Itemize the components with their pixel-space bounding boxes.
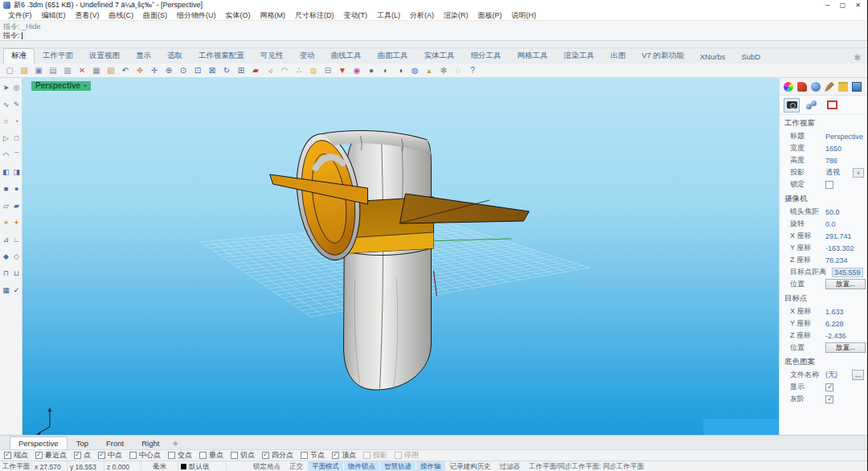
maximize-button[interactable]: ▢ (840, 2, 846, 9)
osnap-checkbox[interactable] (74, 452, 81, 459)
plane-tool[interactable]: ▱ (1, 198, 11, 215)
triangle-tool[interactable]: ⊿ (1, 231, 11, 248)
viewport-tab[interactable]: Perspective (10, 436, 68, 449)
ribbon-tab[interactable]: 标准 (3, 48, 35, 63)
viewport-title-value[interactable]: Perspective (825, 133, 863, 141)
ribbon-tab[interactable]: 实体工具 (416, 48, 463, 63)
layers-icon[interactable] (797, 82, 807, 92)
ribbon-tab[interactable]: 曲面工具 (370, 48, 416, 63)
print[interactable]: ▤ (47, 64, 59, 76)
menu-item[interactable]: 网格(M) (256, 10, 291, 21)
ribbon-tab[interactable]: 可见性 (252, 48, 292, 63)
sphere-tool[interactable]: ● (11, 181, 22, 198)
ribbon-tab[interactable]: 选取 (159, 48, 190, 63)
surface-tool[interactable]: ◧ (1, 164, 11, 181)
previous-view[interactable]: ◠ (278, 64, 291, 76)
target-distance-input[interactable]: 345.559 (832, 268, 863, 277)
osnap-item[interactable]: 端点 (4, 450, 28, 461)
open-file[interactable]: ▨ (18, 64, 31, 76)
settings-gear[interactable]: ✻ (437, 64, 450, 76)
menu-item[interactable]: 变动(T) (339, 10, 373, 21)
surface-edit-tool[interactable]: ◨ (11, 164, 22, 181)
circle-tool[interactable]: ○ (1, 113, 11, 130)
shaded-mode[interactable]: ● (365, 64, 378, 76)
polyline-tool[interactable]: ✎ (11, 96, 22, 113)
osnap-checkbox[interactable] (168, 452, 175, 459)
undo[interactable]: ↶ (119, 64, 132, 76)
osnap-item[interactable]: 停用 (395, 450, 419, 461)
osnap-checkbox[interactable] (301, 452, 308, 459)
boolean-tool[interactable]: ◆ (1, 248, 11, 265)
osnap-item[interactable]: 最近点 (35, 450, 67, 461)
command-input[interactable]: 指令: (0, 31, 867, 40)
osnap-checkbox[interactable] (199, 452, 207, 459)
status-toggle[interactable]: 记录建构历史 (446, 461, 495, 471)
viewport-tab[interactable]: Right (133, 436, 168, 449)
ribbon-tab[interactable]: 网格工具 (510, 48, 556, 63)
viewport-width-value[interactable]: 1650 (825, 145, 841, 153)
place-camera-button[interactable]: 放置... (825, 279, 866, 289)
menu-item[interactable]: 编辑(E) (37, 10, 71, 21)
rendered-mode[interactable]: ◑ (394, 64, 407, 76)
select-tool[interactable]: ➤ (1, 80, 11, 96)
menu-item[interactable]: 文件(F) (3, 10, 37, 21)
trim-tool[interactable]: ⊓ (1, 265, 11, 282)
target-z-value[interactable]: -2.436 (825, 332, 846, 340)
camera-y-value[interactable]: -163.302 (825, 244, 854, 252)
osnap-item[interactable]: 节点 (301, 450, 325, 461)
color-wheel[interactable]: ◉ (350, 64, 363, 76)
wallpaper-grayscale-checkbox[interactable] (825, 395, 833, 403)
menu-item[interactable]: 查看(V) (71, 10, 104, 21)
camera-x-value[interactable]: 291.741 (825, 232, 852, 240)
browse-file-button[interactable]: ... (852, 370, 864, 380)
lamp[interactable]: ◍ (307, 64, 320, 76)
locked-checkbox[interactable] (825, 181, 833, 189)
osnap-checkbox[interactable] (98, 452, 105, 459)
place-target-button[interactable]: 放置... (825, 342, 866, 353)
menu-item[interactable]: 实体(O) (221, 10, 256, 21)
osnap-item[interactable]: 垂点 (199, 450, 223, 461)
camera-page-tab[interactable] (784, 98, 800, 113)
osnap-item[interactable]: 中点 (98, 450, 122, 461)
menu-item[interactable]: 分析(A) (405, 10, 439, 21)
arc-tool[interactable]: ◠ (1, 147, 11, 164)
status-toggle[interactable]: 正交 (285, 461, 307, 471)
material-page-tab[interactable] (804, 98, 820, 113)
target-x-value[interactable]: 1.633 (825, 308, 844, 316)
ribbon-tab[interactable]: 细分工具 (463, 48, 510, 63)
osnap-item[interactable]: 投影 (363, 450, 387, 461)
box-tool[interactable]: ■ (1, 181, 11, 198)
sync-web[interactable]: ◌ (452, 64, 465, 76)
ribbon-tab[interactable]: 出图 (603, 48, 634, 63)
properties-icon[interactable] (784, 82, 793, 92)
help[interactable]: ? (466, 64, 479, 76)
osnap-item[interactable]: 切点 (231, 450, 255, 461)
angle-tool[interactable]: ∟ (11, 231, 22, 248)
four-viewports[interactable]: ⊞ (235, 64, 248, 76)
menu-item[interactable]: 曲线(C) (104, 10, 139, 21)
earth[interactable]: ◍ (408, 64, 421, 76)
ghosted-mode[interactable]: ◐ (379, 64, 392, 76)
zoom[interactable]: ⊕ (162, 64, 175, 76)
wallpaper-show-checkbox[interactable] (825, 383, 833, 391)
rotation-value[interactable]: 0.0 (825, 220, 836, 228)
viewport-tab[interactable]: Top (68, 436, 97, 449)
fillet-tool[interactable]: ✦ (11, 215, 22, 231)
cplane-field[interactable]: 工作平面 (0, 461, 32, 471)
ribbon-tab[interactable]: 渲染工具 (556, 48, 603, 63)
target-y-value[interactable]: 6.228 (825, 320, 844, 328)
projection-value[interactable]: 透视 (825, 167, 840, 178)
viewport-height-value[interactable]: 786 (825, 157, 837, 165)
diamond-tool[interactable]: ◇ (11, 248, 22, 265)
ribbon-tab[interactable]: V7 的新功能 (634, 48, 692, 63)
ribbon-tab[interactable]: 曲线工具 (323, 48, 370, 63)
ribbon-tab[interactable]: SubD (733, 50, 768, 63)
zoom-window[interactable]: ⊙ (177, 64, 190, 76)
layer-field[interactable]: 默认值 (178, 461, 227, 471)
lasso-tool[interactable]: ◎ (11, 80, 22, 96)
ellipse-tool[interactable]: ◔ (11, 113, 22, 130)
help-icon[interactable] (825, 82, 834, 92)
menu-item[interactable]: 渲染(R) (439, 10, 473, 21)
named-views[interactable]: ▰ (249, 64, 262, 76)
osnap-checkbox[interactable] (231, 452, 238, 459)
